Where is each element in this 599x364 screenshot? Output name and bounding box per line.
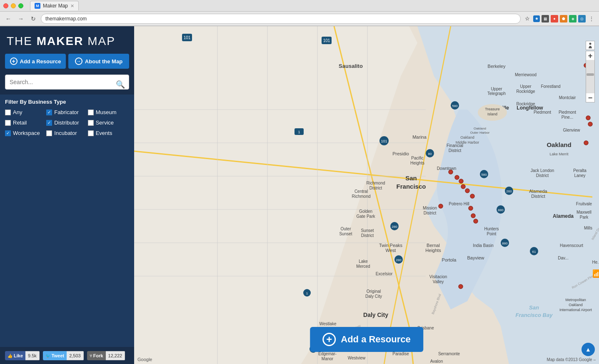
add-resource-sidebar-button[interactable]: + Add a Resource — [5, 54, 66, 69]
browser-toolbar: ← → ↻ themakermap.com ☆ ★ ▦ ● ⬟ ◈ ◎ ⋮ — [0, 12, 599, 26]
twitter-tweet-btn[interactable]: 🐦 Tweet 2,503 — [43, 351, 84, 360]
tab-close-btn[interactable]: ✕ — [70, 3, 74, 9]
filter-any-label: Any — [13, 109, 22, 115]
filter-fabricator[interactable]: Fabricator — [46, 109, 87, 115]
checkbox-retail[interactable] — [5, 120, 11, 126]
filter-incubator-label: Incubator — [54, 130, 77, 136]
browser-tab[interactable]: M Maker Map ✕ — [30, 1, 79, 10]
address-bar[interactable]: themakermap.com — [41, 14, 521, 24]
map-credits: Map data ©2013 Google – — [547, 357, 596, 362]
extension-icon-2[interactable]: ● — [551, 15, 558, 22]
map-zoom-controls: + − — [586, 41, 595, 102]
svg-text:1: 1 — [306, 292, 308, 295]
close-window-btn[interactable] — [3, 3, 8, 8]
svg-text:Mills: Mills — [584, 226, 592, 230]
svg-text:Heights: Heights — [425, 248, 441, 253]
svg-text:District: District — [361, 233, 374, 238]
bookmark-icon[interactable]: ★ — [533, 15, 540, 22]
svg-text:Francisco: Francisco — [397, 183, 426, 190]
reload-button[interactable]: ↻ — [28, 14, 38, 24]
minimize-window-btn[interactable] — [11, 3, 16, 8]
svg-text:Portola: Portola — [442, 257, 457, 262]
back-button[interactable]: ← — [3, 14, 13, 24]
svg-text:Sunset: Sunset — [339, 232, 352, 236]
svg-text:Oakland: Oakland — [547, 141, 571, 148]
map-container[interactable]: 101 101 1 101 580 80 580 880 880 — [134, 26, 599, 364]
filter-incubator[interactable]: Incubator — [46, 130, 87, 136]
sidebar-logo: THE MAKER MAP — [0, 26, 134, 54]
svg-text:International Airport: International Airport — [559, 308, 592, 312]
filter-workspace[interactable]: Workspace — [5, 130, 46, 136]
twitter-icon: 🐦 — [45, 354, 50, 358]
svg-point-144 — [465, 189, 469, 193]
search-input[interactable] — [5, 75, 129, 90]
zoom-slider[interactable] — [586, 60, 595, 93]
svg-text:Pine...: Pine... — [562, 115, 573, 120]
checkbox-service[interactable] — [88, 120, 94, 126]
checkbox-museum[interactable] — [88, 110, 94, 115]
svg-text:Longfellow: Longfellow — [517, 105, 543, 111]
svg-text:San: San — [529, 304, 539, 311]
svg-text:Heights: Heights — [410, 161, 424, 165]
github-fork-btn[interactable]: ⑂ Fork 12,222 — [87, 351, 125, 360]
facebook-like-btn[interactable]: 👍 Like 9.5k — [5, 351, 40, 360]
street-view-button[interactable] — [586, 41, 595, 50]
svg-text:Bayview: Bayview — [467, 255, 484, 260]
filter-distributor-label: Distributor — [54, 120, 79, 126]
svg-point-145 — [470, 194, 474, 198]
svg-text:Jack London: Jack London — [531, 168, 554, 173]
zoom-out-button[interactable]: − — [586, 93, 595, 102]
svg-text:Berkeley: Berkeley — [488, 64, 506, 69]
filter-museum[interactable]: Museum — [88, 109, 129, 115]
extension-icon-1[interactable]: ▦ — [542, 15, 549, 22]
svg-text:India Basin: India Basin — [473, 243, 493, 248]
checkbox-events[interactable] — [88, 130, 94, 136]
svg-text:Westview: Westview — [348, 356, 366, 360]
svg-text:Potrero Hill: Potrero Hill — [449, 202, 469, 206]
svg-text:Havenscourt: Havenscourt — [560, 243, 583, 248]
add-resource-map-button[interactable]: + Add a Resource — [310, 327, 423, 352]
svg-text:280: 280 — [392, 225, 397, 229]
add-resource-label: Add a Resource — [20, 58, 61, 65]
settings-icon[interactable]: ⋮ — [587, 15, 596, 23]
filter-any[interactable]: Any — [5, 109, 46, 115]
extension-icon-3[interactable]: ⬟ — [560, 15, 567, 22]
checkbox-incubator[interactable] — [46, 130, 52, 136]
svg-text:Montclair: Montclair — [559, 95, 576, 100]
svg-point-141 — [455, 175, 459, 180]
maximize-window-btn[interactable] — [18, 3, 23, 8]
extension-icon-5[interactable]: ◎ — [578, 15, 586, 22]
svg-text:280: 280 — [396, 258, 402, 262]
filter-events[interactable]: Events — [88, 130, 129, 136]
svg-text:Park: Park — [580, 215, 589, 219]
filter-retail[interactable]: Retail — [5, 120, 46, 126]
checkbox-any[interactable] — [5, 110, 11, 115]
forward-button[interactable]: → — [16, 14, 26, 24]
fork-icon: ⑂ — [90, 354, 92, 358]
svg-text:Peralta: Peralta — [573, 168, 587, 173]
tweet-label: 🐦 Tweet — [43, 351, 67, 360]
svg-text:Merriewood: Merriewood — [515, 72, 537, 77]
checkbox-fabricator[interactable] — [46, 110, 52, 115]
star-icon[interactable]: ☆ — [523, 15, 532, 23]
svg-text:101: 101 — [381, 139, 387, 143]
extension-icon-4[interactable]: ◈ — [569, 15, 577, 22]
svg-text:Golden: Golden — [359, 209, 372, 214]
filter-distributor[interactable]: Distributor — [46, 120, 87, 126]
zoom-in-button[interactable]: + — [586, 51, 595, 60]
svg-text:Laney: Laney — [574, 173, 585, 178]
fork-label: ⑂ Fork — [87, 351, 106, 360]
checkbox-distributor[interactable] — [46, 120, 52, 126]
browser-titlebar: M Maker Map ✕ — [0, 0, 599, 12]
plus-circle-icon: + — [322, 333, 336, 346]
svg-text:80: 80 — [428, 152, 432, 156]
svg-text:Lake Merrit: Lake Merrit — [549, 152, 569, 156]
my-location-button[interactable] — [582, 343, 595, 356]
about-map-button[interactable]: → About the Map — [68, 54, 129, 69]
svg-text:Original: Original — [367, 289, 381, 294]
svg-point-149 — [439, 204, 443, 208]
svg-text:Sausalito: Sausalito — [339, 63, 363, 69]
checkbox-workspace[interactable] — [5, 130, 11, 136]
filter-service[interactable]: Service — [88, 120, 129, 126]
logo-the: THE — [7, 35, 37, 47]
